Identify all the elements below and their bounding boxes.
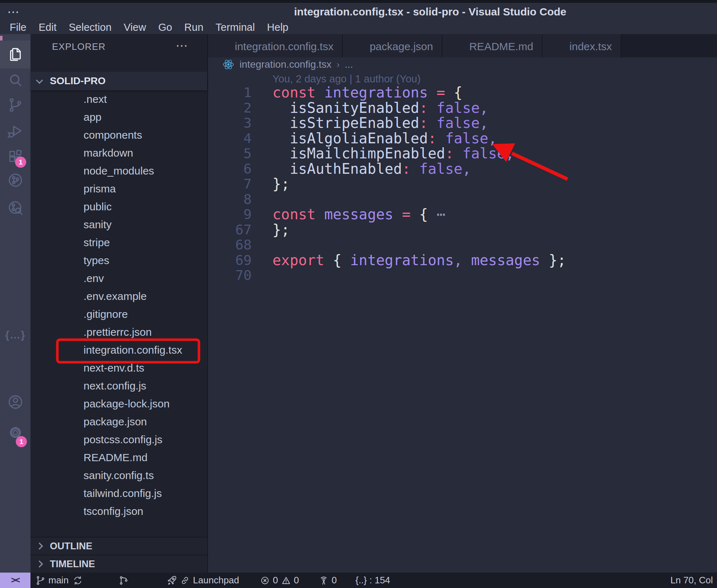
- file-name: .env: [84, 272, 104, 285]
- account-icon[interactable]: [0, 388, 30, 416]
- editor-tab[interactable]: package.json: [343, 34, 442, 57]
- sidebar-section-header[interactable]: OUTLINE: [30, 537, 207, 555]
- tree-row[interactable]: stripe: [30, 234, 207, 252]
- tree-row[interactable]: next.config.js: [30, 377, 207, 395]
- menu-item[interactable]: Run: [178, 21, 209, 33]
- tree-row[interactable]: .env.example: [30, 287, 207, 305]
- cursor-position[interactable]: Ln 70, Col: [670, 575, 713, 586]
- code-line[interactable]: 6 isAuthEnabled: false,: [208, 161, 717, 177]
- menu-overflow-icon[interactable]: ⋯: [7, 8, 20, 15]
- sidebar-section-header[interactable]: TIMELINE: [30, 555, 207, 573]
- tree-row[interactable]: postcss.config.js: [30, 431, 207, 449]
- tree-row[interactable]: .gitignore: [30, 305, 207, 323]
- tree-row[interactable]: components: [30, 126, 207, 144]
- tree-row[interactable]: .next: [30, 90, 207, 108]
- file-name: tsconfig.json: [84, 505, 143, 517]
- code-text: isStripeEnabled: false,: [272, 115, 717, 131]
- tree-row[interactable]: package.json: [30, 413, 207, 431]
- menu-item[interactable]: Help: [261, 21, 295, 33]
- window-title: integration.config.tsx - solid-pro - Vis…: [294, 6, 566, 18]
- code-line[interactable]: 2 isSanityEnabled: false,: [208, 100, 717, 116]
- git-branch-button[interactable]: main: [35, 575, 68, 586]
- code-line[interactable]: 7 };: [208, 176, 717, 192]
- workspace-root-label: SOLID-PRO: [50, 75, 106, 87]
- code-line[interactable]: 8: [208, 192, 717, 207]
- editor-tab[interactable]: index.tsx: [542, 34, 621, 57]
- gitlens-icon[interactable]: [0, 166, 30, 194]
- tree-row[interactable]: sanity.config.ts: [30, 467, 207, 484]
- tree-row[interactable]: sanity: [30, 216, 207, 234]
- menu-item[interactable]: Terminal: [209, 21, 261, 33]
- line-number: 4: [208, 130, 252, 146]
- code-line[interactable]: 68: [208, 237, 717, 253]
- file-icon: [65, 344, 78, 357]
- search-icon[interactable]: [0, 66, 30, 94]
- tree-row[interactable]: node_modules: [30, 162, 207, 180]
- brackets-icon[interactable]: {…}: [0, 321, 30, 349]
- editor-gutter: 69: [208, 252, 272, 268]
- line-number: 7: [208, 176, 252, 192]
- code-line[interactable]: 4 isAlgoliaEnabled: false,: [208, 131, 717, 146]
- workspace-root-row[interactable]: SOLID-PRO: [30, 72, 207, 90]
- tree-row[interactable]: prisma: [30, 180, 207, 198]
- code-text: [272, 268, 717, 283]
- menu-item[interactable]: File: [4, 21, 33, 33]
- editor-tab[interactable]: integration.config.tsx: [208, 34, 343, 57]
- settings-badge: 1: [16, 436, 27, 447]
- file-name: tailwind.config.js: [84, 487, 162, 499]
- code-line[interactable]: 3 isStripeEnabled: false,: [208, 115, 717, 131]
- code-line[interactable]: 70: [208, 268, 717, 283]
- file-name: next-env.d.ts: [84, 362, 144, 374]
- menu-item[interactable]: View: [118, 21, 152, 33]
- explorer-icon[interactable]: [0, 40, 30, 68]
- code-line[interactable]: 69 export { integrations, messages };: [208, 253, 717, 268]
- tree-row[interactable]: public: [30, 198, 207, 216]
- editor-tab[interactable]: README.md: [442, 34, 542, 57]
- tree-row[interactable]: markdown: [30, 144, 207, 162]
- file-icon: [65, 326, 78, 339]
- file-name: app: [84, 111, 101, 123]
- tree-row[interactable]: types: [30, 252, 207, 269]
- gitlens-inspect-icon[interactable]: [0, 194, 30, 222]
- tab-bar: integration.config.tsx package.json: [208, 34, 717, 57]
- sync-button[interactable]: [73, 575, 83, 585]
- code-line[interactable]: 9 const messages = { ⋯: [208, 207, 717, 222]
- remote-indicator[interactable]: ><: [0, 573, 30, 588]
- git-compare-button[interactable]: [119, 575, 129, 585]
- tree-row[interactable]: integration.config.tsx: [30, 341, 207, 359]
- line-number: 9: [208, 206, 252, 222]
- tree-row[interactable]: app: [30, 108, 207, 126]
- tab-icon: [352, 40, 364, 52]
- braces-stat[interactable]: {..} : 154: [355, 575, 390, 586]
- tree-row[interactable]: README.md: [30, 449, 207, 467]
- source-control-icon[interactable]: [0, 91, 30, 119]
- tree-row[interactable]: tsconfig.json: [30, 502, 207, 520]
- file-name: types: [84, 254, 109, 267]
- editor-gutter: 68: [208, 237, 272, 253]
- breadcrumb-file[interactable]: integration.config.tsx: [239, 59, 332, 70]
- code-editor[interactable]: You, 2 days ago | 1 author (You) 1 const…: [208, 72, 717, 573]
- ports-button[interactable]: 0: [319, 575, 337, 586]
- tree-row[interactable]: next-env.d.ts: [30, 359, 207, 377]
- run-debug-icon[interactable]: [0, 118, 30, 145]
- code-line[interactable]: 67 };: [208, 222, 717, 238]
- line-number: 3: [208, 115, 252, 131]
- breadcrumb-symbol[interactable]: ...: [345, 59, 353, 70]
- launchpad-button[interactable]: Launchpad: [166, 575, 239, 586]
- breadcrumb[interactable]: integration.config.tsx › ...: [208, 57, 717, 72]
- code-line[interactable]: 5 isMailchimpEnabled: false,: [208, 146, 717, 161]
- code-line[interactable]: 1 const integrations = {: [208, 85, 717, 100]
- menu-item[interactable]: Selection: [63, 21, 118, 33]
- tree-row[interactable]: .env: [30, 269, 207, 287]
- problems-button[interactable]: 0 0: [260, 575, 299, 586]
- tree-row[interactable]: tailwind.config.js: [30, 484, 207, 502]
- tree-row[interactable]: .prettierrc.json: [30, 323, 207, 341]
- explorer-actions-icon[interactable]: ⋯: [176, 38, 189, 53]
- menu-item[interactable]: Edit: [33, 21, 63, 33]
- tree-row[interactable]: package-lock.json: [30, 395, 207, 413]
- file-icon: [65, 272, 78, 285]
- menu-item[interactable]: Go: [152, 21, 178, 33]
- file-name: sanity.config.ts: [84, 469, 154, 482]
- file-icon: [65, 433, 78, 446]
- file-icon: [65, 469, 78, 482]
